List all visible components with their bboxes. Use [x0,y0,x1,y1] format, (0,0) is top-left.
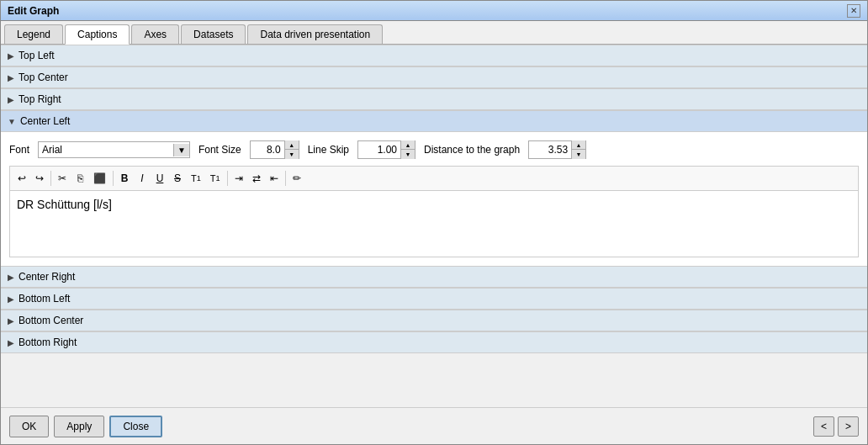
font-size-up[interactable]: ▲ [285,140,299,150]
undo-button[interactable]: ↩ [13,169,30,188]
edit-graph-window: Edit Graph ✕ Legend Captions Axes Datase… [0,0,868,445]
distance-spinners: ▲ ▼ [571,140,585,159]
font-size-label: Font Size [198,144,241,156]
title-bar: Edit Graph ✕ [1,1,867,21]
toolbar-sep-3 [227,171,228,186]
font-select-wrapper: ▼ [38,141,190,158]
window-title: Edit Graph [8,5,59,17]
distance-up[interactable]: ▲ [572,140,585,150]
distance-label: Distance to the graph [424,144,520,156]
font-size-down[interactable]: ▼ [285,150,299,159]
color-button[interactable]: ✏ [288,169,305,188]
align-center-button[interactable]: ⇄ [248,169,265,188]
line-skip-field: ▲ ▼ [357,140,415,159]
font-size-input[interactable] [251,142,284,157]
section-center-left-label: Center Left [20,115,70,127]
align-right-button[interactable]: ⇤ [266,169,283,188]
next-button[interactable]: > [838,416,859,437]
spacer [1,353,867,379]
footer-left-buttons: OK Apply Close [9,416,162,437]
line-skip-up[interactable]: ▲ [401,140,415,150]
arrow-bottom-left: ▶ [8,294,14,304]
toolbar-sep-4 [285,171,286,186]
strikethrough-button[interactable]: S [169,169,186,188]
close-button[interactable]: Close [109,416,162,437]
footer-right-buttons: < > [813,416,859,437]
arrow-center-left: ▼ [8,117,16,126]
arrow-top-left: ▶ [8,51,14,61]
copy-button[interactable]: ⎘ [71,169,88,188]
arrow-bottom-right: ▶ [8,338,14,347]
redo-button[interactable]: ↪ [31,169,48,188]
italic-button[interactable]: I [134,169,151,188]
tab-axes[interactable]: Axes [131,24,179,44]
line-skip-input[interactable] [358,142,400,157]
content-area: ▶ Top Left ▶ Top Center ▶ Top Right ▼ Ce… [1,45,867,407]
font-row: Font ▼ Font Size ▲ ▼ Line Skip [9,140,859,159]
section-bottom-right[interactable]: ▶ Bottom Right [1,331,867,353]
ok-button[interactable]: OK [9,416,49,437]
paste-button[interactable]: ⬛ [89,169,110,188]
distance-input[interactable] [529,142,571,157]
toolbar-sep-1 [50,171,51,186]
font-size-spinners: ▲ ▼ [284,140,299,159]
tab-legend[interactable]: Legend [4,24,63,44]
distance-field: ▲ ▼ [528,140,586,159]
font-label: Font [9,144,29,156]
tab-data-driven[interactable]: Data driven presentation [247,24,383,44]
arrow-bottom-center: ▶ [8,316,14,326]
apply-button[interactable]: Apply [54,416,104,437]
line-skip-spinners: ▲ ▼ [400,140,415,159]
line-skip-label: Line Skip [308,144,349,156]
line-skip-down[interactable]: ▼ [401,150,415,159]
distance-down[interactable]: ▼ [572,150,585,159]
prev-button[interactable]: < [813,416,834,437]
superscript-button[interactable]: T1 [206,169,225,188]
tab-datasets[interactable]: Datasets [181,24,246,44]
cut-button[interactable]: ✂ [54,169,71,188]
center-left-content: Font ▼ Font Size ▲ ▼ Line Skip [1,132,867,266]
subscript-button[interactable]: T1 [187,169,205,188]
section-bottom-center[interactable]: ▶ Bottom Center [1,310,867,331]
font-select[interactable] [39,142,173,157]
window-close-button[interactable]: ✕ [847,4,860,18]
underline-button[interactable]: U [151,169,168,188]
tab-captions[interactable]: Captions [65,24,130,45]
caption-text-editor[interactable]: DR Schüttung [l/s] [9,190,859,257]
section-center-right[interactable]: ▶ Center Right [1,266,867,288]
text-toolbar: ↩ ↪ ✂ ⎘ ⬛ B I U S T1 T1 ⇥ ⇄ ⇤ ✏ [9,166,859,190]
arrow-top-right: ▶ [8,95,14,104]
section-top-right[interactable]: ▶ Top Right [1,88,867,110]
section-bottom-left-label: Bottom Left [19,293,70,305]
tab-bar: Legend Captions Axes Datasets Data drive… [1,21,867,45]
arrow-center-right: ▶ [8,273,14,282]
section-top-center[interactable]: ▶ Top Center [1,66,867,88]
section-center-right-label: Center Right [19,271,75,283]
font-dropdown-arrow[interactable]: ▼ [173,144,189,156]
section-bottom-center-label: Bottom Center [19,315,83,326]
font-size-field: ▲ ▼ [250,140,299,159]
bold-button[interactable]: B [116,169,133,188]
align-left-button[interactable]: ⇥ [230,169,247,188]
section-center-left[interactable]: ▼ Center Left [1,110,867,132]
section-top-left[interactable]: ▶ Top Left [1,45,867,66]
section-top-right-label: Top Right [19,93,61,105]
footer: OK Apply Close < > [1,407,867,444]
arrow-top-center: ▶ [8,73,14,82]
section-bottom-right-label: Bottom Right [19,336,77,348]
toolbar-sep-2 [113,171,114,186]
section-bottom-left[interactable]: ▶ Bottom Left [1,288,867,310]
section-top-center-label: Top Center [19,72,68,83]
section-top-left-label: Top Left [19,50,55,61]
